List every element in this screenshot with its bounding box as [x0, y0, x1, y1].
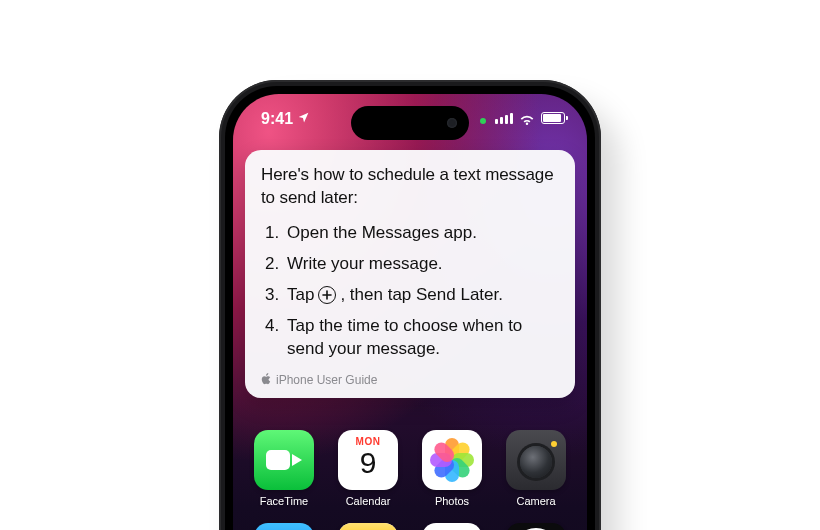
- home-apps: FaceTime MON 9 Calendar: [233, 430, 587, 530]
- tip-source-label: iPhone User Guide: [276, 373, 377, 387]
- cellular-signal-icon: [495, 113, 513, 124]
- camera-indicator-dot: [480, 118, 486, 124]
- siri-tip-card[interactable]: Here's how to schedule a text message to…: [245, 150, 575, 398]
- status-time: 9:41: [261, 110, 293, 128]
- app-facetime[interactable]: FaceTime: [251, 430, 317, 507]
- tip-step-4: Tap the time to choose when to send your…: [263, 311, 559, 365]
- app-calendar[interactable]: MON 9 Calendar: [335, 430, 401, 507]
- front-camera-icon: [447, 118, 457, 128]
- plus-circle-icon: [318, 286, 336, 304]
- app-reminders[interactable]: Reminders: [419, 523, 485, 530]
- calendar-day: 9: [338, 446, 398, 480]
- dynamic-island: [351, 106, 469, 140]
- photos-icon: [422, 430, 482, 490]
- clock-icon: [506, 523, 566, 530]
- app-label: Camera: [516, 495, 555, 507]
- app-row-2: Mail Notes: [251, 523, 569, 530]
- app-photos[interactable]: Photos: [419, 430, 485, 507]
- location-icon: [297, 110, 310, 128]
- tip-source: iPhone User Guide: [261, 373, 559, 388]
- wifi-icon: [519, 112, 535, 124]
- app-label: FaceTime: [260, 495, 309, 507]
- app-row-1: FaceTime MON 9 Calendar: [251, 430, 569, 507]
- app-camera[interactable]: Camera: [503, 430, 569, 507]
- tip-step-3: Tap , then tap Send Later.: [263, 280, 559, 311]
- app-clock[interactable]: Clock: [503, 523, 569, 530]
- calendar-icon: MON 9: [338, 430, 398, 490]
- tip-steps: Open the Messages app. Write your messag…: [261, 218, 559, 365]
- battery-icon: [541, 112, 565, 124]
- app-label: Calendar: [346, 495, 391, 507]
- app-notes[interactable]: Notes: [335, 523, 401, 530]
- reminders-icon: [422, 523, 482, 530]
- tip-step-1: Open the Messages app.: [263, 218, 559, 249]
- apple-logo-icon: [261, 373, 271, 388]
- tip-step-2: Write your message.: [263, 249, 559, 280]
- camera-icon: [506, 430, 566, 490]
- iphone-frame: 9:41 Here's how to schedule a tex: [219, 80, 601, 530]
- facetime-icon: [254, 430, 314, 490]
- app-mail[interactable]: Mail: [251, 523, 317, 530]
- tip-title: Here's how to schedule a text message to…: [261, 164, 559, 210]
- notes-icon: [338, 523, 398, 530]
- iphone-screen: 9:41 Here's how to schedule a tex: [233, 94, 587, 530]
- app-label: Photos: [435, 495, 469, 507]
- mail-icon: [254, 523, 314, 530]
- status-bar: 9:41: [233, 94, 587, 142]
